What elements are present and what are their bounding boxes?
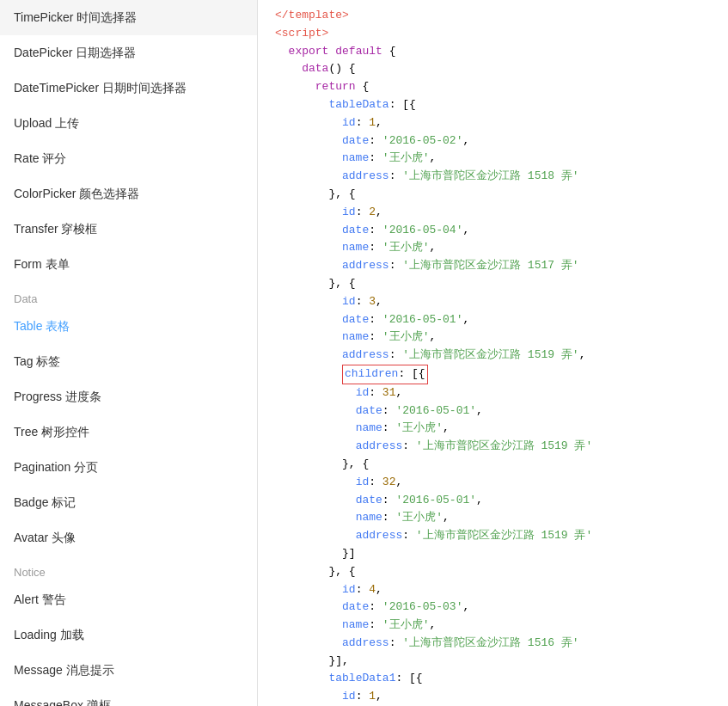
code-line: id: 4, [275,581,711,599]
code-line: address: '上海市普陀区金沙江路 1517 弄' [275,257,711,275]
code-line: }, { [275,563,711,581]
code-line: }, { [275,275,711,293]
code-line: name: '王小虎', [275,509,711,527]
code-line: name: '王小虎', [275,617,711,635]
code-line: id: 32, [275,474,711,492]
code-line: return { [275,78,711,96]
code-line: id: 2, [275,204,711,222]
code-line: address: '上海市普陀区金沙江路 1519 弄' [275,438,711,456]
code-line: id: 1, [275,114,711,132]
sidebar-item-colorpicker[interactable]: ColorPicker 颜色选择器 [0,176,257,212]
code-line: }], [275,653,711,671]
code-line: date: '2016-05-01', [275,402,711,421]
sidebar: TimePicker 时间选择器DatePicker 日期选择器DateTime… [0,0,258,706]
code-line: }, { [275,186,711,204]
code-panel: </template><script> export default { dat… [258,0,728,706]
code-line: tableData1: [{ [275,670,711,688]
sidebar-item-datetimepicker[interactable]: DateTimePicker 日期时间选择器 [0,71,257,106]
code-line: date: '2016-05-04', [275,222,711,240]
code-line: name: '王小虎', [275,328,711,347]
code-line: name: '王小虎', [275,150,711,168]
sidebar-item-badge[interactable]: Badge 标记 [0,485,257,520]
code-line: address: '上海市普陀区金沙江路 1519 弄' [275,527,711,545]
code-line: name: '王小虎', [275,239,711,257]
sidebar-item-message[interactable]: Message 消息提示 [0,653,257,688]
code-line: tableData: [{ [275,96,711,114]
sidebar-item-loading[interactable]: Loading 加载 [0,617,257,653]
sidebar-item-alert[interactable]: Alert 警告 [0,582,257,617]
sidebar-item-tag[interactable]: Tag 标签 [0,344,257,379]
sidebar-item-table[interactable]: Table 表格 [0,309,257,344]
code-line: address: '上海市普陀区金沙江路 1518 弄' [275,168,711,186]
code-line: date: '2016-05-03', [275,599,711,617]
sidebar-section-header: Data [0,282,257,309]
sidebar-item-tree[interactable]: Tree 树形控件 [0,414,257,450]
code-line: date: '2016-05-01', [275,492,711,510]
sidebar-item-transfer[interactable]: Transfer 穿梭框 [0,212,257,247]
code-line: name: '王小虎', [275,420,711,438]
code-line: id: 31, [275,384,711,402]
sidebar-item-pagination[interactable]: Pagination 分页 [0,450,257,485]
sidebar-item-upload[interactable]: Upload 上传 [0,106,257,141]
sidebar-item-rate[interactable]: Rate 评分 [0,141,257,176]
code-line: </template> [275,7,711,25]
code-line: export default { [275,43,711,61]
code-line: }] [275,545,711,563]
code-line: id: 1, [275,688,711,706]
code-line: }, { [275,456,711,474]
code-line: children: [{ [275,365,711,384]
code-line: address: '上海市普陀区金沙江路 1516 弄' [275,635,711,653]
sidebar-item-timepicker[interactable]: TimePicker 时间选择器 [0,0,257,35]
code-line: address: '上海市普陀区金沙江路 1519 弄', [275,347,711,365]
sidebar-section-header: Notice [0,556,257,582]
code-line: data() { [275,60,711,78]
sidebar-item-avatar[interactable]: Avatar 头像 [0,520,257,556]
sidebar-item-progress[interactable]: Progress 进度条 [0,379,257,414]
code-line: date: '2016-05-02', [275,132,711,150]
sidebar-item-datepicker[interactable]: DatePicker 日期选择器 [0,35,257,71]
code-line: id: 3, [275,293,711,311]
sidebar-item-messagebox[interactable]: MessageBox 弹框 [0,688,257,706]
code-line: date: '2016-05-01', [275,311,711,329]
sidebar-item-form[interactable]: Form 表单 [0,247,257,282]
code-line: <script> [275,25,711,43]
